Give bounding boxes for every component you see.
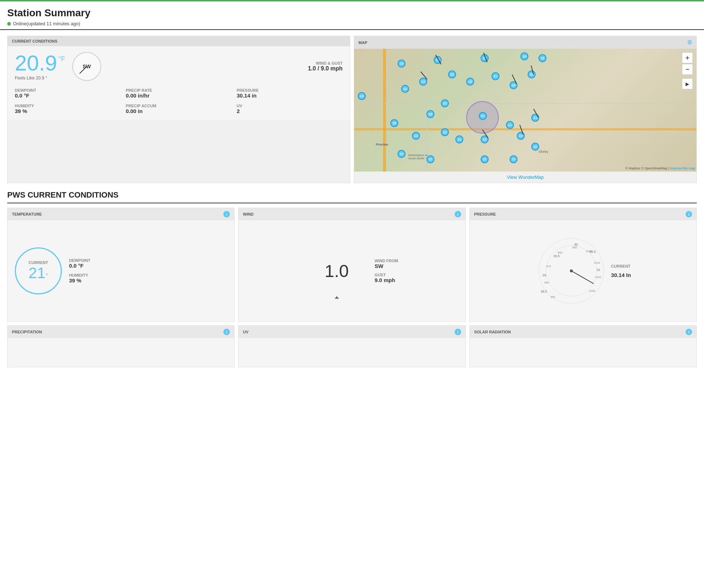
precipitation-panel: PRECIPITATION i	[7, 325, 235, 367]
pressure-dial-svg: var labels=['28.5','29','29.5','30','30.…	[535, 235, 608, 307]
pressure-inner-1020: 1020	[595, 276, 601, 279]
station-dot-23b[interactable]: 23	[358, 92, 366, 100]
pressure-inner-970: 970	[546, 265, 551, 268]
pressure-inner-1030: 1030	[589, 289, 595, 293]
gear-icon[interactable]: ⚙	[687, 39, 692, 46]
wind-info-icon[interactable]: i	[455, 211, 461, 217]
wind-block: WIND & GUST 1.0 / 9.0 mph	[308, 61, 343, 72]
map-header: MAP ⚙	[354, 36, 696, 49]
station-dot-22c[interactable]: 22	[441, 99, 449, 107]
precip-accum-label: PRECIP ACCUM	[126, 104, 232, 108]
pressure-label-295: 29.5	[553, 254, 560, 258]
station-dot-19[interactable]: 19	[520, 52, 528, 60]
map-label-previewrd: Preview	[376, 143, 388, 146]
zoom-out-button[interactable]: −	[682, 64, 693, 75]
compass: SW	[72, 52, 101, 81]
temp-block: 20.9 °F Feels Like 20.9 °	[15, 52, 65, 81]
temperature-panel: TEMPERATURE i CURRENT 21 ° DEWPOINT	[7, 208, 235, 322]
station-dot-22b[interactable]: 22	[448, 70, 456, 78]
station-dot-23e[interactable]: 23	[398, 150, 405, 158]
online-status: Online(updated 11 minutes ago)	[7, 21, 697, 26]
zoom-in-button[interactable]: +	[682, 52, 693, 63]
precip-accum-item: PRECIP ACCUM 0.00 in	[126, 104, 232, 114]
dewpoint-value: 0.0 °F	[15, 92, 121, 99]
circle-temp-unit: °	[46, 272, 48, 280]
main-grid: CURRENT CONDITIONS 20.9 °F Feels Like 20…	[0, 32, 704, 187]
station-dot-22i[interactable]: 22	[481, 155, 489, 163]
feels-like: Feels Like 20.9 °	[15, 75, 65, 81]
road-vertical-2	[426, 49, 428, 172]
station-dot-20c[interactable]: 20	[528, 70, 536, 78]
details-grid: DEWPOINT 0.0 °F PRECIP RATE 0.00 in/hr P…	[15, 88, 343, 114]
status-text: Online(updated 11 minutes ago)	[13, 21, 80, 26]
pressure-inner-990: 990	[572, 246, 577, 249]
wind-panel: WIND i var cx=85,cy=85,r1=78,r2=68; for(…	[238, 208, 465, 322]
station-dot-22j[interactable]: 22	[510, 155, 518, 163]
solar-info-icon[interactable]: i	[686, 329, 692, 335]
station-dot-22f[interactable]: 22	[517, 132, 525, 140]
station-dot-23[interactable]: 23	[398, 60, 405, 68]
gust-item: GUST 9.0 mph	[375, 273, 398, 283]
wind-gust-value: 1.0 / 9.0 mph	[308, 65, 343, 72]
wind-from-item: WIND FROM SW	[375, 259, 398, 269]
station-dot-21c[interactable]: 21	[491, 72, 499, 80]
pressure-info-icon[interactable]: i	[686, 211, 692, 217]
station-dot-18[interactable]: 18	[538, 54, 546, 62]
pressure-inner-1000: 1000	[586, 250, 592, 253]
wind-direction-indicator	[335, 296, 339, 299]
station-dot-21d[interactable]: 21	[506, 121, 514, 129]
wind-from-label: WIND FROM	[375, 259, 398, 263]
current-conditions-header: CURRENT CONDITIONS	[8, 36, 350, 46]
improve-map-link[interactable]: Improve this map	[670, 167, 695, 170]
page-header: Station Summary Online(updated 11 minute…	[0, 1, 704, 30]
pressure-panel-body: var labels=['28.5','29','29.5','30','30.…	[470, 220, 696, 321]
map-attribution: © Mapbox © OpenStreetMap | Improve this …	[625, 167, 695, 170]
pressure-item: PRESSURE 30.14 in	[237, 88, 343, 99]
current-conditions-label: CURRENT CONDITIONS	[12, 39, 57, 43]
wind-from-value: SW	[375, 263, 398, 269]
station-dot-25[interactable]: 25	[390, 119, 398, 127]
compass-container: SW	[72, 52, 101, 81]
pressure-panel-header: PRESSURE i	[470, 208, 696, 220]
uv-info-icon[interactable]: i	[455, 329, 461, 335]
gust-value: 9.0 mph	[375, 277, 398, 283]
wind-speed-value: 1.0	[325, 261, 349, 281]
view-wundermap: View WunderMap	[354, 172, 696, 183]
road-horizontal-2	[354, 103, 696, 104]
pressure-label-285: 28.5	[541, 290, 547, 293]
station-dot-22h[interactable]: 22	[426, 155, 434, 163]
status-dot	[7, 22, 11, 26]
solar-label: SOLAR RADIATION	[474, 330, 511, 334]
pressure-info: CURRENT 30.14 In	[611, 264, 631, 278]
solar-body	[470, 338, 696, 367]
station-dot-selected[interactable]: 22	[479, 112, 487, 120]
pressure-current-label: CURRENT	[611, 264, 631, 268]
pressure-needle	[571, 271, 593, 284]
wundermap-link[interactable]: View WunderMap	[507, 174, 544, 180]
pws-title: PWS CURRENT CONDITIONS	[7, 190, 697, 203]
precip-rate-item: PRECIP RATE 0.00 in/hr	[126, 88, 232, 99]
station-dot-22a[interactable]: 22	[401, 85, 409, 93]
station-dot-29[interactable]: 29	[426, 110, 434, 118]
pressure-inner-1010: 1010	[594, 261, 600, 264]
pressure-label-29: 29	[542, 273, 546, 277]
current-conditions-panel: CURRENT CONDITIONS 20.9 °F Feels Like 20…	[7, 36, 350, 183]
pressure-inner-980: 980	[558, 251, 563, 254]
precip-info-icon[interactable]: i	[223, 329, 230, 335]
page-title: Station Summary	[7, 7, 697, 19]
play-button[interactable]: ▶	[682, 78, 693, 89]
station-dot-20a[interactable]: 20	[466, 78, 474, 86]
station-dot-21e[interactable]: 21	[531, 114, 539, 122]
station-dot-22d[interactable]: 22	[441, 128, 449, 136]
temperature-unit: °F	[59, 55, 65, 63]
station-dot-23d[interactable]: 23	[412, 132, 420, 140]
precip-body	[8, 338, 234, 367]
station-dot-22g[interactable]: 22	[531, 143, 539, 151]
station-dot-24[interactable]: 24	[455, 135, 463, 143]
uv-panel-label: UV	[243, 330, 248, 334]
gust-label: GUST	[375, 273, 398, 277]
map-controls: + − ▶	[682, 52, 693, 89]
wind-gust-label: WIND & GUST	[308, 61, 343, 65]
wind-panel-header: WIND i	[239, 208, 465, 220]
temperature-info-icon[interactable]: i	[223, 211, 230, 217]
